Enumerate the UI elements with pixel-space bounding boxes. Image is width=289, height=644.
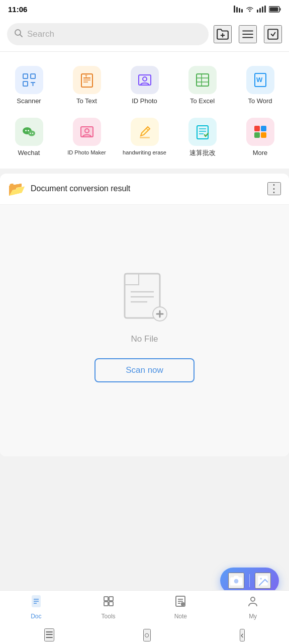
search-placeholder: Search	[27, 29, 54, 39]
svg-rect-2	[239, 8, 240, 13]
my-nav-label: My	[249, 613, 257, 620]
fab-camera-button[interactable]	[228, 573, 244, 589]
totext-icon: T	[73, 66, 101, 94]
tool-idphotomaker[interactable]: ID Photo Maker	[62, 114, 112, 162]
nav-doc[interactable]: Doc	[16, 595, 56, 620]
folder-icon: 📂	[8, 181, 26, 197]
tool-idphoto[interactable]: ID Photo	[120, 62, 170, 110]
svg-rect-54	[261, 126, 266, 131]
toword-icon: W	[246, 66, 274, 94]
speedcalc-icon	[188, 118, 217, 146]
no-file-text: No File	[131, 334, 158, 344]
doc-section-title: Document conversion result	[31, 184, 130, 193]
svg-rect-49	[197, 126, 208, 139]
check-button[interactable]	[264, 25, 282, 43]
nav-tools[interactable]: Tools	[88, 595, 129, 620]
tools-nav-label: Tools	[102, 613, 116, 620]
speedcalc-label: 速算批改	[189, 149, 216, 157]
svg-point-4	[249, 11, 251, 12]
tool-speedcalc[interactable]: 速算批改	[177, 114, 228, 162]
svg-rect-48	[140, 137, 150, 138]
bottom-nav: Doc Tools Note	[0, 590, 289, 626]
wechat-icon	[15, 118, 43, 146]
tool-handwriting[interactable]: handwriting erase	[120, 114, 170, 162]
tool-scanner[interactable]: Scanner	[4, 62, 54, 110]
sim-icon	[234, 6, 243, 13]
tool-wechat[interactable]: Wechat	[4, 114, 54, 162]
status-time: 11:06	[8, 5, 27, 14]
svg-rect-56	[261, 132, 266, 138]
doc-header: 📂 Document conversion result ⋮	[0, 174, 289, 205]
idphoto-icon	[131, 66, 159, 94]
scan-now-button[interactable]: Scan now	[94, 358, 195, 382]
search-icon	[14, 29, 23, 40]
fab-gallery-button[interactable]	[255, 573, 271, 589]
note-nav-label: Note	[174, 613, 187, 620]
totext-label: To Text	[76, 97, 97, 106]
svg-point-64	[234, 579, 239, 584]
toword-label: To Word	[248, 97, 272, 106]
doc-nav-icon	[30, 595, 43, 611]
svg-point-39	[25, 130, 27, 131]
idphotomaker-icon	[73, 118, 101, 146]
svg-rect-3	[241, 9, 243, 13]
sys-back-button[interactable]: ‹	[240, 629, 245, 641]
svg-point-42	[30, 133, 31, 134]
more-icon	[246, 118, 274, 146]
handwriting-icon	[131, 118, 159, 146]
list-view-button[interactable]	[239, 25, 257, 43]
battery-icon	[269, 6, 281, 13]
nav-my[interactable]: My	[233, 595, 273, 620]
fab-divider	[249, 574, 250, 587]
top-bar: Search	[0, 18, 289, 52]
doc-more-button[interactable]: ⋮	[267, 182, 281, 195]
svg-rect-20	[23, 74, 28, 78]
tool-toexcel[interactable]: To Excel	[177, 62, 228, 110]
signal-icon	[257, 6, 266, 13]
svg-rect-11	[270, 7, 278, 11]
wechat-label: Wechat	[18, 149, 40, 157]
svg-rect-1	[236, 7, 238, 13]
status-icons	[234, 6, 281, 13]
tools-section: Scanner T To Text	[0, 52, 289, 169]
svg-rect-0	[234, 6, 235, 13]
svg-rect-19	[268, 29, 278, 39]
svg-point-31	[143, 77, 147, 81]
top-actions	[214, 25, 282, 43]
svg-rect-79	[181, 603, 184, 605]
svg-point-40	[28, 130, 29, 131]
svg-rect-5	[257, 10, 258, 13]
doc-nav-label: Doc	[31, 613, 41, 620]
tools-row-2: Wechat ID Photo Maker	[0, 112, 289, 164]
note-nav-icon	[174, 595, 187, 611]
handwriting-label: handwriting erase	[123, 149, 166, 156]
idphotomaker-label: ID Photo Maker	[67, 149, 106, 156]
sys-home-button[interactable]: ○	[143, 629, 151, 641]
svg-rect-71	[104, 597, 108, 601]
svg-rect-72	[109, 597, 113, 601]
status-bar: 11:06	[0, 0, 289, 18]
svg-rect-55	[254, 132, 260, 138]
svg-point-80	[251, 597, 255, 601]
tool-totext[interactable]: T To Text	[62, 62, 112, 110]
svg-rect-6	[259, 8, 261, 13]
empty-doc-icon	[120, 269, 170, 324]
svg-rect-21	[31, 74, 35, 78]
svg-rect-73	[104, 602, 108, 606]
idphoto-label: ID Photo	[132, 97, 157, 106]
svg-rect-32	[197, 74, 209, 86]
svg-point-41	[28, 130, 35, 136]
tools-row-1: Scanner T To Text	[0, 60, 289, 112]
new-folder-button[interactable]	[214, 25, 232, 43]
search-bar[interactable]: Search	[7, 23, 209, 45]
doc-section: 📂 Document conversion result ⋮ No File S…	[0, 174, 289, 456]
nav-note[interactable]: Note	[160, 595, 201, 620]
svg-text:W: W	[256, 76, 263, 84]
svg-rect-74	[109, 602, 113, 606]
tool-toword[interactable]: W To Word	[235, 62, 285, 110]
doc-header-left: 📂 Document conversion result	[8, 181, 130, 197]
sys-menu-button[interactable]: ☰	[44, 628, 54, 641]
svg-text:T: T	[85, 74, 87, 78]
tool-more[interactable]: More	[235, 114, 285, 162]
svg-rect-53	[254, 126, 260, 131]
